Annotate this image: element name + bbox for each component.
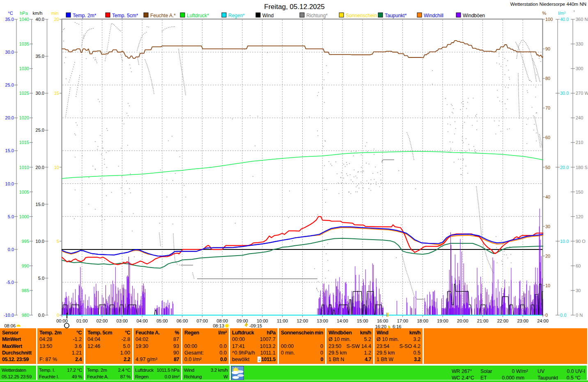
svg-text:Sonnenschein: Sonnenschein bbox=[346, 13, 377, 18]
svg-text:07:00: 07:00 bbox=[197, 318, 208, 323]
svg-text:1030: 1030 bbox=[19, 66, 29, 71]
svg-text:40: 40 bbox=[545, 194, 550, 199]
svg-text:30.0: 30.0 bbox=[5, 50, 14, 55]
svg-text:12:00: 12:00 bbox=[297, 318, 308, 323]
svg-text:Feuchte A.*: Feuchte A.* bbox=[150, 13, 176, 18]
svg-text:Windchill: Windchill bbox=[424, 13, 443, 18]
svg-text:120: 120 bbox=[576, 214, 583, 219]
svg-text:-5.0: -5.0 bbox=[6, 280, 14, 285]
svg-text:1025: 1025 bbox=[19, 91, 29, 96]
svg-text:35.0: 35.0 bbox=[5, 17, 14, 22]
svg-text:13:00: 13:00 bbox=[317, 318, 328, 323]
svg-text:30.0: 30.0 bbox=[36, 91, 44, 96]
svg-text:15:00: 15:00 bbox=[357, 318, 368, 323]
svg-text:0 N: 0 N bbox=[576, 313, 583, 318]
svg-text:°: ° bbox=[573, 9, 575, 14]
svg-text:990: 990 bbox=[22, 263, 29, 268]
svg-text:330: 330 bbox=[576, 41, 583, 46]
svg-text:08:00: 08:00 bbox=[217, 318, 228, 323]
svg-text:Taupunkt*: Taupunkt* bbox=[385, 13, 407, 18]
svg-text:Richtung*: Richtung* bbox=[306, 13, 328, 18]
svg-text:15.0: 15.0 bbox=[5, 148, 14, 153]
svg-text:24:00: 24:00 bbox=[537, 318, 549, 323]
svg-text:-10.0: -10.0 bbox=[4, 313, 14, 318]
svg-text:1010: 1010 bbox=[19, 165, 29, 170]
svg-text:18:00: 18:00 bbox=[417, 318, 428, 323]
svg-text:19:00: 19:00 bbox=[437, 318, 448, 323]
svg-text:1035: 1035 bbox=[19, 41, 29, 46]
svg-text:hPa: hPa bbox=[20, 11, 28, 16]
svg-text:60: 60 bbox=[545, 135, 550, 140]
svg-text:980: 980 bbox=[22, 313, 29, 318]
svg-text:360 N: 360 N bbox=[576, 17, 588, 22]
svg-text:30: 30 bbox=[545, 224, 550, 229]
svg-text:10: 10 bbox=[54, 165, 59, 170]
svg-text:20: 20 bbox=[545, 254, 550, 258]
svg-text:0.0: 0.0 bbox=[38, 313, 44, 318]
svg-text:22:00: 22:00 bbox=[497, 318, 509, 323]
svg-text:20: 20 bbox=[54, 17, 59, 22]
svg-text:°C: °C bbox=[8, 11, 13, 16]
svg-text:Temp. 2m*: Temp. 2m* bbox=[73, 13, 96, 18]
svg-text:10.0: 10.0 bbox=[5, 181, 14, 186]
svg-text:985: 985 bbox=[22, 288, 29, 293]
svg-text:08:06: 08:06 bbox=[4, 323, 16, 328]
svg-text:Freitag, 05.12.2025: Freitag, 05.12.2025 bbox=[264, 3, 324, 11]
svg-text:150: 150 bbox=[576, 190, 583, 194]
svg-text:-09:15: -09:15 bbox=[249, 323, 262, 328]
svg-text:01:00: 01:00 bbox=[76, 318, 88, 323]
svg-text:40.0: 40.0 bbox=[36, 17, 44, 22]
svg-text:30: 30 bbox=[576, 288, 581, 293]
svg-text:995: 995 bbox=[22, 239, 29, 244]
svg-text:23:00: 23:00 bbox=[517, 318, 528, 323]
svg-text:15.0: 15.0 bbox=[36, 202, 44, 207]
svg-text:min: min bbox=[51, 11, 59, 16]
svg-text:Wetterstation Niedersorpe 440m: Wetterstation Niedersorpe 440m NN bbox=[510, 2, 586, 7]
svg-text:km/h: km/h bbox=[33, 11, 43, 16]
svg-text:35.0: 35.0 bbox=[36, 54, 44, 59]
svg-text:1015: 1015 bbox=[19, 140, 29, 145]
svg-text:04:00: 04:00 bbox=[136, 318, 148, 323]
svg-text:00:00: 00:00 bbox=[56, 318, 68, 323]
svg-text:1020: 1020 bbox=[19, 115, 29, 120]
svg-text:10: 10 bbox=[545, 283, 550, 288]
svg-text:90: 90 bbox=[545, 46, 550, 51]
svg-text:0.0: 0.0 bbox=[8, 247, 14, 252]
svg-text:%: % bbox=[542, 11, 547, 16]
svg-text:05:00: 05:00 bbox=[156, 318, 168, 323]
svg-text:06:00: 06:00 bbox=[177, 318, 188, 323]
svg-text:0: 0 bbox=[57, 313, 59, 318]
svg-text:02:00: 02:00 bbox=[96, 318, 108, 323]
svg-text:1040: 1040 bbox=[19, 17, 29, 22]
svg-text:Wind: Wind bbox=[262, 13, 273, 18]
svg-text:0: 0 bbox=[545, 313, 548, 318]
svg-text:20.0: 20.0 bbox=[36, 165, 44, 170]
svg-text:Temp. 5cm*: Temp. 5cm* bbox=[112, 13, 138, 18]
svg-text:0.0: 0.0 bbox=[560, 313, 566, 318]
svg-text:10.0: 10.0 bbox=[36, 239, 44, 244]
svg-text:17:00: 17:00 bbox=[397, 318, 409, 323]
svg-text:14:00: 14:00 bbox=[337, 318, 348, 323]
svg-text:20.0: 20.0 bbox=[5, 115, 14, 120]
svg-text:240: 240 bbox=[576, 115, 583, 120]
svg-text:Regen*: Regen* bbox=[228, 13, 245, 18]
svg-text:70: 70 bbox=[545, 105, 550, 110]
svg-text:1005: 1005 bbox=[19, 190, 29, 194]
svg-text:11:00: 11:00 bbox=[277, 318, 288, 323]
svg-text:15: 15 bbox=[54, 91, 59, 96]
svg-text:180 S: 180 S bbox=[576, 165, 588, 170]
svg-text:5: 5 bbox=[57, 239, 59, 244]
svg-text:5.0: 5.0 bbox=[8, 214, 14, 219]
svg-text:21:00: 21:00 bbox=[477, 318, 489, 323]
svg-text:25.0: 25.0 bbox=[36, 128, 44, 133]
svg-text:30.0: 30.0 bbox=[560, 91, 569, 96]
svg-text:90 O: 90 O bbox=[576, 239, 586, 244]
svg-text:40.0: 40.0 bbox=[560, 17, 569, 22]
svg-text:03:00: 03:00 bbox=[117, 318, 128, 323]
svg-text:Windböen: Windböen bbox=[463, 13, 485, 18]
svg-text:60: 60 bbox=[576, 263, 581, 268]
svg-text:10:00: 10:00 bbox=[257, 318, 268, 323]
svg-text:50: 50 bbox=[545, 165, 550, 170]
svg-text:80: 80 bbox=[545, 76, 550, 81]
svg-text:100: 100 bbox=[545, 17, 553, 22]
